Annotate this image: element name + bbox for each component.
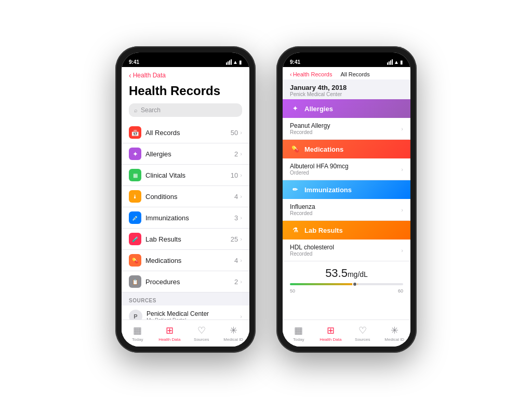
procedures-count: 2: [234, 278, 238, 286]
page-container: 9:41 ▲ ▮ ‹ Health Data: [0, 0, 532, 399]
albuterol-info: Albuterol HFA 90mcg Ordered: [290, 163, 401, 176]
medications-chevron: ›: [240, 257, 242, 263]
tab-today-right[interactable]: ▦ Today: [283, 325, 315, 342]
lab-range-fill: [290, 283, 358, 285]
lab-number: 53.5: [325, 267, 348, 280]
lab-result-card: 53.5mg/dL 50 60: [283, 261, 410, 299]
record-albuterol[interactable]: Albuterol HFA 90mcg Ordered ›: [283, 158, 410, 180]
list-item-allergies[interactable]: ✦ Allergies 2 ›: [122, 143, 249, 165]
influenza-info: Influenza Recorded: [290, 203, 401, 216]
peanut-allergy-info: Peanut Allergy Recorded: [290, 122, 401, 135]
signal-bar-r2: [389, 61, 390, 65]
phone-left: 9:41 ▲ ▮ ‹ Health Data: [115, 46, 256, 353]
peanut-allergy-chevron: ›: [401, 126, 403, 132]
lab-indicator-dot: [352, 282, 357, 287]
nav-back-label-left: Health Data: [133, 72, 166, 79]
medications-count: 4: [234, 257, 238, 264]
list-item-conditions[interactable]: 🌡 Conditions 4 ›: [122, 186, 249, 207]
influenza-chevron: ›: [401, 207, 403, 213]
tab-sources-icon-right: ♡: [358, 325, 367, 336]
status-time-left: 9:41: [129, 59, 139, 65]
lab-label: Lab Results: [145, 235, 231, 243]
tab-healthdata-icon-right: ⊞: [327, 325, 335, 336]
category-immunizations[interactable]: ✏ Immunizations: [283, 180, 410, 199]
list-item-allrecords[interactable]: 📅 All Records 50 ›: [122, 122, 249, 143]
signal-bars-right: [387, 59, 393, 65]
list-item-procedures[interactable]: 📋 Procedures 2 ›: [122, 271, 249, 292]
tab-today-label-left: Today: [132, 337, 143, 342]
signal-bar-2: [228, 61, 229, 65]
wifi-icon-right: ▲: [394, 59, 399, 65]
peanut-allergy-name: Peanut Allergy: [290, 122, 401, 129]
search-bar-left[interactable]: ⌕ Search: [129, 103, 242, 117]
status-bar-right: 9:41 ▲ ▮: [283, 52, 410, 67]
record-influenza[interactable]: Influenza Recorded ›: [283, 199, 410, 221]
list-item-medications[interactable]: 💊 Medications 4 ›: [122, 250, 249, 271]
signal-bar-r4: [392, 59, 393, 65]
category-medications[interactable]: 💊 Medications: [283, 140, 410, 158]
battery-icon-right: ▮: [400, 59, 403, 65]
records-list: 📅 All Records 50 › ✦ Allergies 2 › ▦ Cli…: [122, 122, 249, 320]
lab-cat-label: Lab Results: [304, 227, 343, 234]
hdl-name: HDL cholesterol: [290, 244, 401, 251]
hdl-info: HDL cholesterol Recorded: [290, 244, 401, 257]
nav-back-right[interactable]: ‹ Health Records: [290, 71, 332, 77]
nav-back-left[interactable]: ‹ Health Data: [122, 67, 249, 82]
source-penick[interactable]: P Penick Medical Center My Patient Porta…: [122, 305, 249, 320]
list-item-vitals[interactable]: ▦ Clinical Vitals 10 ›: [122, 165, 249, 186]
conditions-label: Conditions: [145, 193, 234, 201]
allergies-icon: ✦: [129, 148, 141, 160]
date-sub-right: Penick Medical Center: [290, 91, 403, 97]
immunizations-cat-label: Immunizations: [304, 186, 352, 194]
record-peanut-allergy[interactable]: Peanut Allergy Recorded ›: [283, 118, 410, 140]
lab-range-max: 60: [398, 288, 403, 294]
albuterol-name: Albuterol HFA 90mcg: [290, 163, 401, 170]
date-title-right: January 4th, 2018: [290, 84, 403, 91]
all-records-label: All Records: [145, 129, 231, 137]
tab-today-left[interactable]: ▦ Today: [122, 325, 154, 342]
procedures-icon: 📋: [129, 275, 141, 288]
tab-sources-left[interactable]: ♡ Sources: [185, 325, 218, 342]
tab-medicalid-left[interactable]: ✳ Medical ID: [218, 325, 250, 342]
medications-label: Medications: [145, 257, 234, 264]
lab-range-labels: 50 60: [290, 288, 403, 294]
tab-healthdata-icon-left: ⊞: [166, 325, 174, 336]
conditions-count: 4: [234, 193, 238, 201]
hdl-status: Recorded: [290, 251, 401, 257]
signal-bars-left: [226, 59, 232, 65]
status-bar-left: 9:41 ▲ ▮: [122, 52, 249, 67]
lab-value-display: 53.5mg/dL: [290, 267, 403, 280]
tab-today-icon-left: ▦: [133, 325, 142, 336]
records-scroll-right: ✦ Allergies Peanut Allergy Recorded › 💊 …: [283, 99, 410, 320]
search-placeholder-left: Search: [141, 107, 161, 114]
list-item-lab[interactable]: 🧪 Lab Results 25 ›: [122, 229, 249, 250]
record-hdl[interactable]: HDL cholesterol Recorded ›: [283, 240, 410, 261]
procedures-chevron: ›: [240, 278, 242, 285]
category-allergies[interactable]: ✦ Allergies: [283, 99, 410, 118]
tab-healthdata-label-left: Health Data: [158, 337, 180, 342]
phone-left-screen: 9:41 ▲ ▮ ‹ Health Data: [122, 52, 249, 347]
allergies-cat-icon: ✦: [290, 103, 300, 114]
tab-healthdata-left[interactable]: ⊞ Health Data: [154, 325, 186, 342]
tab-medicalid-right[interactable]: ✳ Medical ID: [379, 325, 411, 342]
notch-left: [159, 52, 211, 64]
list-item-immunizations[interactable]: 💉 Immunizations 3 ›: [122, 207, 249, 229]
vitals-chevron: ›: [240, 172, 242, 178]
phone-right-screen: 9:41 ▲ ▮ ‹ Health Re: [283, 52, 410, 347]
lab-cat-icon: ⚗: [290, 225, 300, 235]
source-penick-name: Penick Medical Center: [147, 310, 240, 317]
immunizations-chevron: ›: [240, 215, 242, 221]
tab-bar-left: ▦ Today ⊞ Health Data ♡ Sources ✳ Medica…: [122, 320, 249, 347]
back-arrow-right: ‹: [290, 71, 292, 77]
source-penick-chevron: ›: [240, 313, 242, 320]
tab-healthdata-right[interactable]: ⊞ Health Data: [315, 325, 347, 342]
allergies-cat-label: Allergies: [304, 105, 333, 113]
procedures-label: Procedures: [145, 278, 234, 286]
medications-icon: 💊: [129, 254, 141, 267]
category-lab[interactable]: ⚗ Lab Results: [283, 221, 410, 240]
nav-current-right: All Records: [341, 71, 370, 77]
influenza-name: Influenza: [290, 203, 401, 210]
tab-sources-right[interactable]: ♡ Sources: [347, 325, 379, 342]
allergies-chevron: ›: [240, 151, 242, 157]
lab-count: 25: [231, 235, 238, 243]
